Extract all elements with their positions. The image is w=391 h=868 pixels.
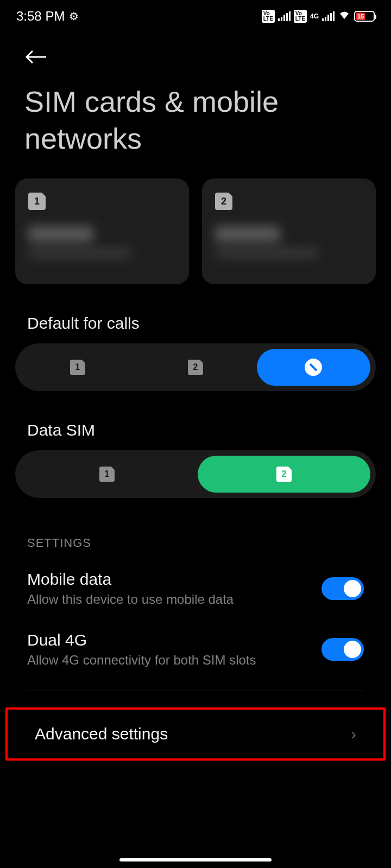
sim-icon-2: 2 bbox=[276, 467, 292, 482]
sim-chip-icon-2: 2 bbox=[215, 193, 232, 210]
advanced-settings-row[interactable]: Advanced settings › bbox=[5, 707, 386, 761]
mobile-data-sub: Allow this device to use mobile data bbox=[27, 592, 311, 607]
status-bar: 3:58 PM ⚙ VoLTE VoLTE 4G 15 bbox=[0, 0, 391, 33]
settings-section-header: SETTINGS bbox=[0, 498, 391, 558]
dual-4g-toggle[interactable] bbox=[321, 638, 364, 661]
default-calls-sim1[interactable]: 1 bbox=[21, 349, 134, 386]
dual-4g-row[interactable]: Dual 4G Allow 4G connectivity for both S… bbox=[0, 619, 391, 680]
arrow-left-icon bbox=[24, 49, 48, 65]
home-indicator[interactable] bbox=[119, 858, 272, 861]
divider bbox=[27, 691, 364, 691]
default-calls-ask[interactable] bbox=[257, 349, 370, 386]
default-calls-label: Default for calls bbox=[0, 284, 391, 343]
dual-4g-title: Dual 4G bbox=[27, 631, 311, 649]
status-time: 3:58 PM bbox=[16, 9, 65, 24]
signal-icon-1 bbox=[278, 11, 291, 21]
data-sim-1[interactable]: 1 bbox=[21, 456, 193, 493]
advanced-settings-title: Advanced settings bbox=[35, 725, 168, 743]
sim-info-redacted-2 bbox=[215, 226, 363, 258]
battery-level: 15 bbox=[356, 12, 365, 20]
volte-badge-1: VoLTE bbox=[262, 10, 275, 23]
default-calls-sim2[interactable]: 2 bbox=[138, 349, 252, 386]
page-title: SIM cards & mobile networks bbox=[0, 73, 391, 178]
sim-info-redacted-1 bbox=[28, 226, 176, 258]
gear-icon: ⚙ bbox=[69, 10, 79, 23]
sim-icon-1: 1 bbox=[70, 360, 85, 375]
volte-badge-2: VoLTE bbox=[294, 10, 307, 23]
chevron-right-icon: › bbox=[351, 725, 356, 743]
sim-chip-icon-1: 1 bbox=[28, 193, 46, 210]
dual-4g-sub: Allow 4G connectivity for both SIM slots bbox=[27, 653, 311, 668]
mobile-data-title: Mobile data bbox=[27, 570, 311, 589]
network-type-label: 4G bbox=[310, 12, 319, 20]
data-sim-selector: 1 2 bbox=[15, 450, 376, 498]
sim-icon-1: 1 bbox=[99, 467, 115, 482]
back-button[interactable] bbox=[0, 33, 391, 73]
sim-icon-2: 2 bbox=[188, 360, 203, 375]
signal-icon-2 bbox=[322, 11, 335, 21]
mobile-data-toggle[interactable] bbox=[321, 577, 364, 600]
default-calls-selector: 1 2 bbox=[15, 343, 376, 391]
data-sim-label: Data SIM bbox=[0, 391, 391, 450]
data-sim-2[interactable]: 2 bbox=[198, 456, 370, 493]
sim-card-2[interactable]: 2 bbox=[202, 178, 376, 284]
sim-card-1[interactable]: 1 bbox=[15, 178, 189, 284]
battery-icon: 15 bbox=[354, 11, 375, 22]
mobile-data-row[interactable]: Mobile data Allow this device to use mob… bbox=[0, 558, 391, 619]
not-set-icon bbox=[305, 359, 322, 376]
wifi-icon bbox=[338, 9, 351, 23]
